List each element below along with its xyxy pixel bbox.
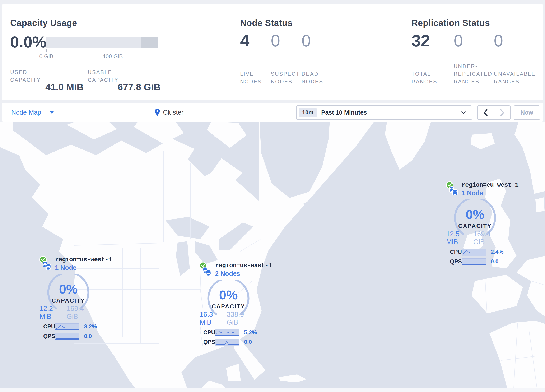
qps-sparkline xyxy=(216,339,240,346)
total-ranges-count: 32 xyxy=(411,31,430,50)
dead-nodes-count: 0 xyxy=(302,31,311,50)
total-ranges-label: TOTAL RANGES xyxy=(411,70,453,86)
database-icon xyxy=(42,260,53,272)
map-toolbar: Node Map Cluster 10m Past 10 Minutes xyxy=(2,103,543,122)
capacity-axis-ticks xyxy=(46,49,158,52)
region-marker-eu-west-1[interactable]: region=eu-west-1 1 Node 0% CAPACITY 12.5… xyxy=(444,180,506,265)
qps-sparkline xyxy=(55,333,79,340)
region-used-capacity: 16.3 MiB xyxy=(199,311,227,326)
cpu-sparkline xyxy=(216,329,240,336)
used-capacity-label: USED CAPACITY xyxy=(10,68,41,84)
database-icon xyxy=(448,185,459,197)
breadcrumb[interactable]: Cluster xyxy=(154,103,184,122)
usable-capacity-label: USABLE CAPACITY xyxy=(88,68,118,84)
chevron-down-icon xyxy=(461,111,466,114)
region-marker-us-west-1[interactable]: region=us-west-1 1 Node 0% CAPACITY 12.2… xyxy=(37,255,100,340)
region-node-count: 1 Node xyxy=(462,189,519,197)
qps-value: 0.0 xyxy=(244,339,252,345)
region-node-count: 1 Node xyxy=(55,264,112,272)
capacity-usage-title: Capacity Usage xyxy=(10,18,77,28)
cpu-label: CPU xyxy=(203,329,216,336)
gauge-caption: CAPACITY xyxy=(444,223,506,229)
gauge-percent: 0% xyxy=(37,282,100,296)
region-label: region=us-west-1 xyxy=(55,256,112,263)
cpu-value: 3.2% xyxy=(84,324,97,330)
time-nav-arrows xyxy=(477,105,511,120)
node-map-page: Capacity Usage 0.0% 0 GiB 400 GiB USED C… xyxy=(0,0,545,392)
region-node-count: 2 Nodes xyxy=(215,270,272,277)
region-label: region=us-east-1 xyxy=(215,262,272,269)
now-button[interactable]: Now xyxy=(514,105,540,120)
node-map: region=us-west-1 1 Node 0% CAPACITY 12.2… xyxy=(0,122,545,392)
capacity-percent: 0.0% xyxy=(10,33,46,51)
time-range-label: Past 10 Minutes xyxy=(321,109,367,116)
region-used-capacity: 12.5 MiB xyxy=(446,230,473,246)
gauge-caption: CAPACITY xyxy=(197,303,260,310)
dead-nodes-label: DEAD NODES xyxy=(302,70,343,86)
database-icon xyxy=(202,266,213,278)
capacity-axis-labels: 0 GiB 400 GiB xyxy=(46,53,158,60)
under-replicated-label: UNDER- REPLICATED RANGES xyxy=(454,62,495,86)
region-label: region=eu-west-1 xyxy=(462,181,519,189)
time-range-badge: 10m xyxy=(299,108,316,117)
region-marker-us-east-1[interactable]: region=us-east-1 2 Nodes 0% CAPACITY 16.… xyxy=(197,261,260,346)
live-nodes-count: 4 xyxy=(240,31,249,50)
qps-value: 0.0 xyxy=(491,258,499,265)
cpu-value: 5.2% xyxy=(244,329,257,336)
gauge-percent: 0% xyxy=(197,287,260,302)
under-replicated-count: 0 xyxy=(454,31,463,50)
view-selector-dropdown[interactable]: Node Map xyxy=(11,103,54,122)
cpu-sparkline xyxy=(55,323,79,330)
cpu-label: CPU xyxy=(450,249,462,255)
cpu-label: CPU xyxy=(43,324,55,330)
node-status-title: Node Status xyxy=(240,18,292,28)
time-range-dropdown[interactable]: 10m Past 10 Minutes xyxy=(296,105,472,120)
tick-label-400: 400 GiB xyxy=(102,53,123,60)
gauge-caption: CAPACITY xyxy=(37,298,100,304)
cpu-sparkline xyxy=(462,249,486,256)
tick-label-0: 0 GiB xyxy=(39,53,54,60)
used-capacity-value: 41.0 MiB xyxy=(45,82,84,93)
qps-label: QPS xyxy=(450,258,462,265)
region-total-capacity: 169.4 GiB xyxy=(67,305,97,321)
region-total-capacity: 169.4 GiB xyxy=(473,230,504,246)
qps-value: 0.0 xyxy=(84,333,92,340)
chevron-left-icon xyxy=(483,109,488,117)
capacity-bar xyxy=(46,37,158,48)
suspect-nodes-count: 0 xyxy=(271,31,280,50)
gauge-percent: 0% xyxy=(444,207,506,222)
caret-down-icon xyxy=(50,112,54,114)
qps-label: QPS xyxy=(43,333,55,340)
breadcrumb-label: Cluster xyxy=(163,109,184,116)
region-used-capacity: 12.2 MiB xyxy=(39,305,67,321)
toolbar-divider xyxy=(286,105,286,120)
view-selector-label: Node Map xyxy=(11,109,41,116)
usable-capacity-value: 677.8 GiB xyxy=(118,82,161,93)
chevron-right-icon xyxy=(500,109,504,117)
time-next-button[interactable] xyxy=(494,106,510,119)
capacity-bar-reserved xyxy=(142,37,158,48)
qps-label: QPS xyxy=(203,339,216,345)
qps-sparkline xyxy=(462,258,486,265)
unavailable-count: 0 xyxy=(494,31,503,50)
region-total-capacity: 338.9 GiB xyxy=(227,311,257,326)
unavailable-label: UNAVAILABLE RANGES xyxy=(494,70,536,86)
cluster-summary-panel: Capacity Usage 0.0% 0 GiB 400 GiB USED C… xyxy=(2,4,543,100)
time-prev-button[interactable] xyxy=(477,106,494,119)
cpu-value: 2.4% xyxy=(491,249,504,255)
map-bottom-strip xyxy=(0,388,545,392)
replication-status-title: Replication Status xyxy=(411,18,490,28)
map-pin-icon xyxy=(154,108,161,117)
